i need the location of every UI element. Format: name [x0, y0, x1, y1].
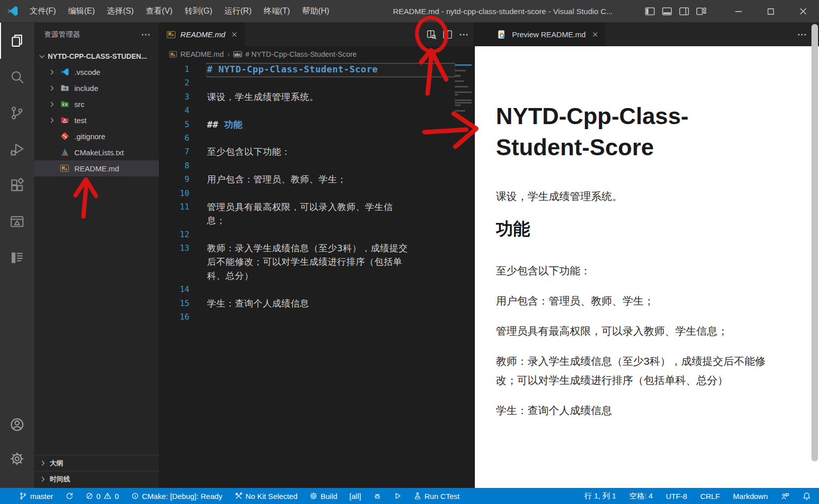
- code-line-3[interactable]: 3课设，学生成绩管理系统。: [159, 90, 474, 104]
- activitybar-run-debug[interactable]: [0, 131, 34, 167]
- status-encoding[interactable]: UTF-8: [666, 492, 687, 500]
- status-eol[interactable]: CRLF: [700, 492, 720, 500]
- menu-e[interactable]: 编辑(E): [62, 0, 100, 22]
- tab-readme[interactable]: M↓ README.md: [159, 23, 245, 46]
- status-build-target[interactable]: [all]: [349, 492, 361, 500]
- status-notifications[interactable]: [802, 492, 811, 500]
- code-area[interactable]: 1# NYTD-Cpp-Class-Student-Score23课设，学生成绩…: [159, 62, 474, 324]
- code-line-12[interactable]: 12: [159, 228, 474, 241]
- status-label: [all]: [349, 492, 361, 500]
- tab-label: README.md: [180, 30, 225, 39]
- activity-bar: [0, 23, 34, 488]
- preview-more-actions-icon[interactable]: [794, 27, 810, 43]
- activitybar-account[interactable]: [0, 408, 34, 442]
- status-cmake-build[interactable]: Build: [310, 492, 337, 500]
- code-text: [189, 310, 207, 324]
- menu-h[interactable]: 帮助(H): [296, 0, 335, 22]
- code-line-14[interactable]: 14: [159, 282, 474, 296]
- tab-preview-readme[interactable]: Preview README.md: [475, 23, 605, 46]
- toggle-secondary-sidebar-button[interactable]: [675, 0, 692, 23]
- code-line-7[interactable]: 7至少包含以下功能：: [159, 145, 474, 158]
- status-cmake-status[interactable]: CMake: [Debug]: Ready: [131, 492, 223, 500]
- tree-root-folder[interactable]: NYTD-CPP-CLASS-STUDEN...: [34, 49, 159, 64]
- code-line-11-wrap1[interactable]: 息；: [159, 214, 474, 227]
- close-icon[interactable]: [231, 31, 238, 38]
- status-run-ctest[interactable]: Run CTest: [414, 492, 460, 500]
- open-preview-to-side-button[interactable]: [424, 27, 440, 43]
- activitybar-cmake[interactable]: [0, 204, 34, 240]
- tree-item-include[interactable]: include: [34, 80, 159, 96]
- explorer-more-actions-icon[interactable]: [141, 30, 151, 40]
- status-indentation[interactable]: 空格: 4: [629, 491, 653, 501]
- close-icon[interactable]: [592, 31, 598, 38]
- menu-s[interactable]: 选择(S): [101, 0, 140, 22]
- code-line-4[interactable]: 4: [159, 104, 474, 117]
- menu-t[interactable]: 终端(T): [258, 0, 296, 22]
- customize-layout-button[interactable]: [692, 0, 709, 23]
- maximize-button[interactable]: [755, 0, 787, 23]
- code-text: [189, 104, 207, 117]
- section-outline[interactable]: 大纲: [34, 455, 159, 471]
- status-sync-changes[interactable]: [65, 492, 73, 500]
- vscode-folder-icon: [60, 67, 69, 76]
- activitybar-project-outline[interactable]: [0, 240, 34, 276]
- menu-g[interactable]: 转到(G): [178, 0, 218, 22]
- tree-item-vscode[interactable]: .vscode: [34, 64, 159, 80]
- activitybar-explorer[interactable]: [0, 23, 34, 59]
- line-number: 5: [159, 118, 189, 131]
- code-line-13[interactable]: 13教师：录入学生成绩信息（至少3科），成绩提交: [159, 241, 474, 255]
- status-feedback[interactable]: [781, 492, 789, 500]
- code-line-2[interactable]: 2: [159, 76, 474, 89]
- code-line-15[interactable]: 15学生：查询个人成绩信息: [159, 296, 474, 310]
- tree-item-readme-md[interactable]: M↓README.md: [34, 160, 159, 176]
- code-line-13-wrap1[interactable]: 后不能修改；可以对学生成绩进行排序（包括单: [159, 255, 474, 268]
- status-problems[interactable]: 00: [85, 492, 119, 500]
- status-language-mode[interactable]: Markdown: [733, 492, 768, 500]
- code-line-16[interactable]: 16: [159, 310, 474, 324]
- status-git-branch[interactable]: master: [19, 492, 53, 500]
- preview-scrollbar[interactable]: [811, 24, 818, 461]
- code-line-13-wrap2[interactable]: 科、总分）: [159, 269, 474, 282]
- code-line-10[interactable]: 10: [159, 186, 474, 200]
- tree-item-src[interactable]: src: [34, 96, 159, 112]
- breadcrumb-symbol[interactable]: # NYTD-Cpp-Class-Student-Score: [245, 50, 357, 58]
- markdown-icon: M↓: [169, 51, 177, 57]
- minimap-line: [455, 91, 472, 93]
- code-text: 教师：录入学生成绩信息（至少3科），成绩提交: [189, 241, 408, 255]
- status-cmake-debug[interactable]: [373, 492, 381, 500]
- status-cmake-run[interactable]: [393, 492, 401, 500]
- tree-item-gitignore[interactable]: .gitignore: [34, 128, 159, 144]
- split-editor-button[interactable]: [440, 27, 456, 43]
- branch-icon: [19, 492, 27, 500]
- breadcrumb[interactable]: M↓ README.md › abc # NYTD-Cpp-Class-Stud…: [159, 46, 474, 62]
- menu-f[interactable]: 文件(F): [24, 0, 62, 22]
- code-line-11[interactable]: 11管理员具有最高权限，可以录入教师、学生信: [159, 200, 474, 214]
- status-label: CMake: [Debug]: Ready: [142, 492, 223, 500]
- breadcrumb-file[interactable]: README.md: [180, 50, 224, 58]
- code-line-5[interactable]: 5## 功能: [159, 118, 474, 131]
- code-line-8[interactable]: 8: [159, 159, 474, 172]
- toggle-primary-sidebar-button[interactable]: [641, 0, 658, 23]
- sidebar-header: 资源管理器: [34, 23, 159, 47]
- line-number: [159, 255, 189, 268]
- open-preview-icon: [426, 29, 437, 40]
- tree-item-test[interactable]: test: [34, 112, 159, 128]
- activitybar-source-control[interactable]: [0, 95, 34, 131]
- code-line-9[interactable]: 9用户包含：管理员、教师、学生；: [159, 172, 474, 186]
- activitybar-extensions[interactable]: [0, 167, 34, 204]
- code-line-6[interactable]: 6: [159, 131, 474, 145]
- status-cursor-position[interactable]: 行 1, 列 1: [584, 491, 616, 501]
- more-actions-button[interactable]: [456, 27, 472, 43]
- code-line-1[interactable]: 1# NYTD-Cpp-Class-Student-Score: [159, 62, 474, 76]
- section-timeline[interactable]: 时间线: [34, 471, 159, 487]
- outline-list-icon: [10, 250, 25, 265]
- status-cmake-kit[interactable]: No Kit Selected: [235, 492, 297, 500]
- tree-item-cmakelists-txt[interactable]: CMakeLists.txt: [34, 144, 159, 160]
- menu-v[interactable]: 查看(V): [140, 0, 178, 22]
- minimize-button[interactable]: [723, 0, 755, 23]
- menu-r[interactable]: 运行(R): [219, 0, 258, 22]
- close-window-button[interactable]: [787, 0, 819, 23]
- activitybar-search[interactable]: [0, 59, 34, 95]
- activitybar-settings[interactable]: [0, 442, 34, 476]
- toggle-panel-button[interactable]: [658, 0, 675, 23]
